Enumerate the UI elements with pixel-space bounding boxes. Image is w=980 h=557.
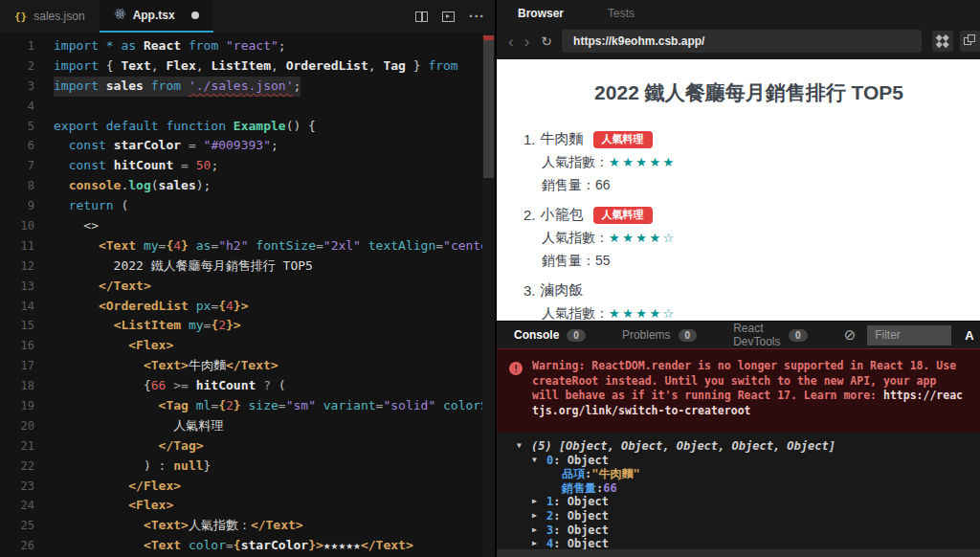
line-number: 9 [0,196,34,216]
code-line: 16 <Flex> [0,336,482,356]
log-row[interactable]: 銷售量: 66 [497,481,980,496]
code-line: 24 <Flex> [0,496,482,516]
console-tab-react-devtools[interactable]: React DevTools0 [733,322,807,348]
list-item: 1.牛肉麵人氣料理人氣指數：★★★★★銷售量：66 [523,130,980,194]
warning-message: Warning: ReactDOM.render is no longer su… [532,359,965,423]
code-line: 7 const hitCount = 50; [0,156,482,176]
log-row[interactable]: ▶1: Object [497,495,980,509]
tab-label: React DevTools [733,322,781,348]
code-editor[interactable]: 1import * as React from "react";2import … [0,33,482,557]
tab-label: App.tsx [133,9,175,22]
forward-icon[interactable]: › [523,33,532,50]
item-rank: 1. [523,131,536,147]
expand-arrow-icon[interactable]: ▶ [532,524,546,538]
code-line: 23 </Flex> [0,477,482,497]
count-badge: 0 [567,329,586,342]
count-badge: 0 [679,329,698,342]
preview-pane: Browser Tests ‹ › ↻ https://k9eohm.csb.a… [495,0,980,557]
line-number: 15 [0,316,34,336]
code-line: 6 const starColor = "#009393"; [0,136,482,156]
log-row[interactable]: ▼0: Object [497,454,980,468]
responsive-preview-icon[interactable] [932,31,953,52]
popularity-label: 人氣指數： [542,305,609,321]
tab-tests[interactable]: Tests [608,7,635,20]
expand-arrow-icon[interactable]: ▶ [532,495,546,509]
browser-preview: 2022 鐵人餐廳每月銷售排行 TOP5 1.牛肉麵人氣料理人氣指數：★★★★★… [497,59,980,321]
star-rating: ★★★★★ [609,155,677,169]
url-bar[interactable]: https://k9eohm.csb.app/ [562,30,922,53]
collapse-arrow-icon[interactable]: ▼ [532,454,546,468]
code-line: 2import { Text, Flex, ListItem, OrderedL… [0,56,482,77]
star-rating: ★★★★☆ [609,306,677,321]
code-line: 21 </Tag> [0,436,482,457]
popular-dish-tag: 人氣料理 [593,207,653,224]
expand-arrow-icon[interactable]: ▶ [532,509,546,524]
line-number: 16 [0,336,34,356]
line-number: 25 [0,516,34,536]
tab-label: sales.json [33,10,84,23]
browser-navbar: ‹ › ↻ https://k9eohm.csb.app/ [497,27,980,59]
sales-label: 銷售量： [542,177,595,192]
sales-value: 55 [595,253,611,268]
line-number: 10 [0,216,34,236]
dish-name: 小籠包 [541,206,584,224]
console-filter-input[interactable] [867,325,951,345]
line-number: 4 [0,97,34,117]
code-line: 25 <Text>人氣指數：</Text> [0,516,482,536]
line-number: 24 [0,496,34,516]
editor-pane: {} sales.json App.tsx ··· [0,0,495,557]
code-line: 4 [0,97,482,117]
line-number: 26 [0,536,34,556]
tab-browser[interactable]: Browser [518,7,564,20]
more-actions-icon[interactable]: ··· [469,11,485,22]
error-icon: ! [509,362,523,375]
diamonds-icon [937,35,948,46]
scrollbar-thumb[interactable] [483,37,494,178]
console-bottom-bar [497,549,980,557]
open-preview-icon[interactable] [442,11,455,22]
star-rating: ★★★★☆ [609,231,677,245]
open-new-window-icon[interactable] [960,31,980,52]
code-line: 5export default function Example() { [0,117,482,137]
line-number: 1 [0,36,34,56]
editor-tab-bar: {} sales.json App.tsx ··· [0,0,495,33]
tab-sales-json[interactable]: {} sales.json [0,0,100,33]
sales-ranking-list: 1.牛肉麵人氣料理人氣指數：★★★★★銷售量：662.小籠包人氣料理人氣指數：★… [497,130,980,321]
unsaved-dot-icon [191,11,199,19]
code-line: 18 {66 >= hitCount ? ( [0,376,482,396]
refresh-icon[interactable]: ↻ [541,33,552,49]
editor-actions: ··· [415,0,485,33]
line-number: 7 [0,156,34,176]
line-number: 5 [0,117,34,137]
code-line: 1import * as React from "react"; [0,36,482,56]
split-editor-icon[interactable] [415,11,428,22]
item-rank: 3. [523,282,536,299]
dish-name: 牛肉麵 [541,130,584,148]
code-line: 9 return ( [0,196,482,216]
tab-app-tsx[interactable]: App.tsx [100,0,213,33]
line-number: 13 [0,277,34,297]
console-tab-console[interactable]: Console0 [514,328,586,342]
code-line: 14 <OrderedList px={4}> [0,297,482,317]
collapse-arrow-icon[interactable]: ▼ [517,439,531,454]
tab-label: Problems [622,328,671,342]
line-number: 19 [0,396,34,416]
log-row[interactable]: ▶3: Object [497,524,980,538]
log-row[interactable]: ▼(5) [Object, Object, Object, Object, Ob… [497,439,980,454]
code-line: 15 <ListItem my={2}> [0,316,482,336]
log-row[interactable]: 品項: "牛肉麵" [497,467,980,481]
font-size-button[interactable]: A [965,328,973,343]
log-row[interactable]: ▶2: Object [497,509,980,524]
sales-value: 66 [595,177,611,192]
line-number: 3 [0,77,34,97]
json-file-icon: {} [14,11,27,23]
item-rank: 2. [523,207,536,223]
clear-console-icon[interactable]: ⊘ [844,326,857,344]
editor-scrollbar[interactable] [482,33,495,557]
code-line: 10 <> [0,216,482,236]
code-line: 8 console.log(sales); [0,176,482,196]
back-icon[interactable]: ‹ [506,33,516,50]
line-number: 17 [0,356,34,376]
line-number: 20 [0,416,34,436]
console-tab-problems[interactable]: Problems0 [622,328,697,342]
